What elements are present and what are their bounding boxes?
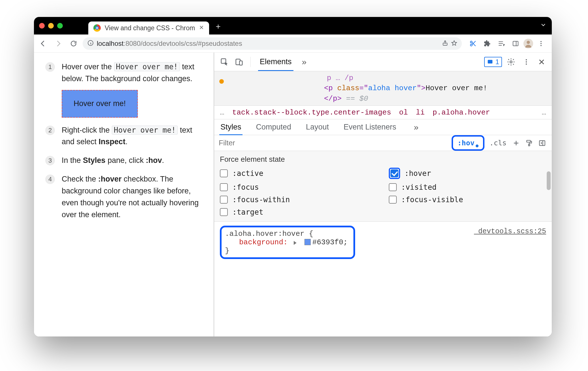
active-indicator-icon bbox=[476, 144, 478, 147]
svg-rect-12 bbox=[239, 61, 242, 65]
tab-event-listeners[interactable]: Event Listeners bbox=[342, 119, 397, 135]
close-devtools-icon[interactable] bbox=[535, 56, 548, 68]
close-tab-icon[interactable] bbox=[199, 25, 204, 31]
window-controls bbox=[39, 23, 63, 29]
styles-filter-input[interactable] bbox=[214, 139, 452, 147]
rule-selector[interactable]: .aloha.hover:hover { bbox=[225, 230, 348, 238]
new-tab-button[interactable] bbox=[213, 21, 223, 32]
step-1: 1 Hover over the Hover over me! text bel… bbox=[45, 61, 206, 118]
back-button[interactable] bbox=[37, 37, 49, 50]
rule-source-link[interactable]: _devtools.scss:25 bbox=[474, 226, 546, 236]
device-toggle-icon[interactable] bbox=[233, 56, 245, 68]
rendered-page: 1 Hover over the Hover over me! text bel… bbox=[34, 53, 214, 337]
extensions-icon[interactable] bbox=[481, 37, 493, 50]
address-bar[interactable]: localhost:8080/docs/devtools/css/#pseudo… bbox=[83, 37, 462, 50]
checkbox-visited[interactable]: :visited bbox=[389, 183, 546, 191]
step-2: 2 Right-click the Hover over me! text an… bbox=[45, 124, 206, 148]
dom-tree[interactable]: p … /p <p class="aloha hover">Hover over… bbox=[214, 71, 552, 106]
chrome-favicon-icon bbox=[93, 24, 101, 32]
step-number: 4 bbox=[45, 174, 55, 184]
checkbox-hover[interactable]: :hover bbox=[389, 168, 546, 179]
checkbox-focus-within[interactable]: :focus-within bbox=[220, 195, 377, 204]
forward-button[interactable] bbox=[52, 37, 65, 50]
step-number: 3 bbox=[45, 156, 55, 165]
cls-toggle-button[interactable]: .cls bbox=[487, 139, 509, 147]
force-state-panel: Force element state :active :hover :focu… bbox=[214, 151, 552, 222]
code-chip: Hover over me! bbox=[112, 126, 178, 135]
devtools-panel: Elements » 1 bbox=[214, 53, 552, 337]
tab-computed[interactable]: Computed bbox=[255, 119, 293, 135]
code-chip: Hover over me! bbox=[114, 62, 180, 71]
svg-point-7 bbox=[540, 41, 542, 42]
svg-point-14 bbox=[510, 61, 512, 63]
step-number: 2 bbox=[45, 126, 55, 135]
dom-breadcrumb[interactable]: … tack.stack--block.type.center-images o… bbox=[214, 106, 552, 119]
tab-elements[interactable]: Elements bbox=[256, 53, 296, 71]
close-window-icon[interactable] bbox=[39, 23, 45, 29]
paint-icon[interactable] bbox=[523, 137, 535, 149]
site-info-icon[interactable] bbox=[87, 40, 94, 48]
checkbox-active[interactable]: :active bbox=[220, 168, 377, 179]
svg-point-17 bbox=[526, 63, 527, 64]
inspect-element-icon[interactable] bbox=[218, 56, 231, 68]
force-state-title: Force element state bbox=[220, 155, 546, 164]
tab-layout[interactable]: Layout bbox=[305, 119, 330, 135]
css-rule-block[interactable]: .aloha.hover:hover { background: #6393f0… bbox=[214, 222, 552, 263]
devtools-toolbar: Elements » 1 bbox=[214, 53, 552, 71]
bookmark-icon[interactable] bbox=[451, 40, 457, 47]
new-rule-icon[interactable] bbox=[510, 137, 522, 149]
profile-avatar[interactable] bbox=[523, 39, 533, 48]
tab-styles[interactable]: Styles bbox=[219, 119, 243, 135]
svg-rect-19 bbox=[529, 144, 530, 146]
kebab-menu-icon[interactable] bbox=[520, 56, 533, 68]
svg-point-16 bbox=[526, 61, 527, 62]
reload-button[interactable] bbox=[67, 37, 80, 50]
tab-title: View and change CSS - Chrom bbox=[105, 24, 195, 32]
media-icon[interactable] bbox=[495, 37, 508, 50]
expand-shorthand-icon[interactable] bbox=[294, 241, 297, 245]
minimize-window-icon[interactable] bbox=[48, 23, 54, 29]
more-styles-tabs-icon[interactable]: » bbox=[410, 122, 422, 132]
titlebar: View and change CSS - Chrom bbox=[34, 17, 552, 34]
svg-point-8 bbox=[540, 43, 542, 44]
checkbox-focus[interactable]: :focus bbox=[220, 183, 377, 191]
svg-point-6 bbox=[527, 41, 530, 44]
browser-window: View and change CSS - Chrom bbox=[34, 17, 552, 337]
url-text: localhost:8080/docs/devtools/css/#pseudo… bbox=[97, 40, 242, 48]
steps-list: 1 Hover over the Hover over me! text bel… bbox=[45, 61, 206, 221]
browser-tab[interactable]: View and change CSS - Chrom bbox=[88, 21, 209, 34]
styles-filter-row: :hov .cls bbox=[214, 135, 552, 151]
step-3: 3 In the Styles pane, click :hov. bbox=[45, 155, 206, 167]
step-number: 1 bbox=[45, 62, 55, 72]
rule-property[interactable]: background: bbox=[239, 238, 288, 247]
checkbox-focus-visible[interactable]: :focus-visible bbox=[389, 195, 546, 204]
rule-close-brace: } bbox=[225, 247, 348, 255]
chrome-menu-icon[interactable] bbox=[535, 37, 547, 50]
side-panel-icon[interactable] bbox=[509, 37, 522, 50]
more-tabs-icon[interactable]: » bbox=[298, 57, 311, 67]
hover-demo-element[interactable]: Hover over me! bbox=[62, 90, 138, 118]
settings-icon[interactable] bbox=[505, 56, 517, 68]
maximize-window-icon[interactable] bbox=[57, 23, 63, 29]
scissors-icon[interactable] bbox=[467, 37, 479, 50]
styles-tabbar: Styles Computed Layout Event Listeners » bbox=[214, 119, 552, 135]
scrollbar-thumb[interactable] bbox=[547, 171, 551, 190]
url-toolbar: localhost:8080/docs/devtools/css/#pseudo… bbox=[34, 34, 552, 53]
svg-rect-20 bbox=[539, 141, 545, 145]
issues-count: 1 bbox=[495, 58, 499, 66]
color-swatch-icon[interactable] bbox=[304, 239, 311, 245]
svg-rect-18 bbox=[527, 140, 530, 142]
rule-value[interactable]: #6393f0; bbox=[312, 238, 348, 247]
step-4: 4 Check the :hover checkbox. The backgro… bbox=[45, 173, 206, 221]
svg-point-15 bbox=[526, 59, 527, 60]
computed-panel-icon[interactable] bbox=[537, 137, 548, 149]
tabs-dropdown-icon[interactable] bbox=[540, 21, 547, 30]
issues-badge[interactable]: 1 bbox=[484, 57, 502, 67]
svg-rect-13 bbox=[488, 60, 492, 63]
svg-point-9 bbox=[540, 45, 542, 46]
hov-toggle-button[interactable]: :hov bbox=[455, 138, 481, 148]
share-icon[interactable] bbox=[442, 40, 448, 47]
checkbox-target[interactable]: :target bbox=[220, 208, 377, 216]
svg-rect-4 bbox=[513, 41, 518, 46]
